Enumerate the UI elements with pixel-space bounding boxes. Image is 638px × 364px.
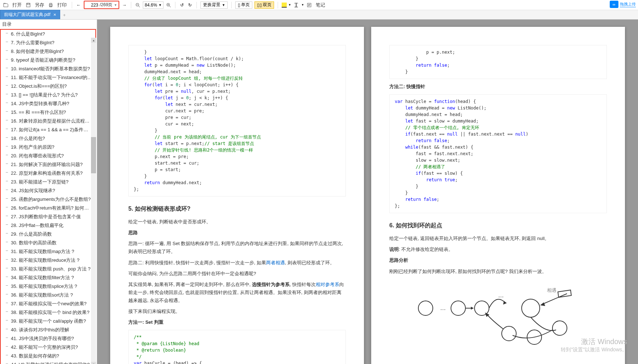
toc-item[interactable]: 21. 如何解决下面的循环输出问题? bbox=[1, 160, 95, 169]
paragraph: 给定一个链表, 判断链表中是否形成环。 bbox=[128, 218, 346, 226]
toc-item[interactable]: 19. 闭包产生的原因? bbox=[1, 143, 95, 152]
toc-item[interactable]: 36. 能不能实现数组sort方法 ? bbox=[1, 291, 95, 299]
open-button[interactable]: 打开 bbox=[11, 2, 23, 8]
content-area[interactable]: } let loopCount = Math.floor(count / k);… bbox=[97, 20, 638, 364]
paragraph: 思路一: 循环一遍, 用 Set 数据结构保存节点, 利用节点的内存地址来进行判… bbox=[128, 240, 346, 256]
highlight-dropdown-icon[interactable]: ▼ bbox=[288, 3, 291, 7]
single-label: 单页 bbox=[241, 2, 250, 8]
link-text: 两者相遇 bbox=[266, 260, 285, 265]
scrollbar-thumb[interactable] bbox=[91, 137, 96, 173]
toc-item[interactable]: 15. == 和 ===有什么区别? bbox=[1, 108, 95, 117]
rotate-left-icon[interactable]: ↺ bbox=[179, 2, 185, 8]
toc-item[interactable]: 39. 能不能实现一个 call/apply 函数? bbox=[1, 317, 95, 326]
toc-item[interactable]: 32. 能不能实现数组reduce方法 ? bbox=[1, 256, 95, 265]
svg-point-28 bbox=[552, 321, 567, 335]
code-block: /** * @param {ListNode} head * @return {… bbox=[128, 330, 346, 364]
background-select[interactable]: 更换背景▼ bbox=[200, 1, 228, 9]
saveas-icon[interactable] bbox=[25, 2, 31, 8]
zoom-select[interactable]: 84.6%▼ bbox=[143, 1, 163, 9]
note-icon[interactable] bbox=[306, 2, 312, 8]
chevron-down-icon: ▼ bbox=[222, 3, 225, 7]
toc-item[interactable]: 13. [] == ![]结果是什么? 为什么? bbox=[1, 91, 95, 99]
code-block: var hasCycle = function(head) { let dumm… bbox=[389, 94, 607, 213]
cloud-upload-link[interactable]: 拖拽上传 bbox=[620, 1, 636, 7]
zoom-out-icon[interactable] bbox=[135, 2, 141, 8]
print-icon[interactable] bbox=[48, 2, 54, 8]
toc-item[interactable]: 9. typeof 是否能正确判断类型? bbox=[1, 56, 95, 65]
toc-item[interactable]: 6. 什么是BigInt? bbox=[1, 30, 95, 38]
svg-line-25 bbox=[542, 294, 567, 305]
svg-rect-1 bbox=[27, 3, 29, 5]
svg-point-24 bbox=[522, 299, 540, 317]
toc-item[interactable]: 17. 如何让if(a == 1 && a == 2)条件成立? bbox=[1, 125, 95, 134]
svg-marker-26 bbox=[540, 302, 545, 306]
document-tab[interactable]: 前端大厂面试题宝典.pdf ✕ bbox=[0, 10, 60, 19]
code-block: p = p.next; } return false; } bbox=[389, 45, 607, 79]
scroll-down-icon[interactable]: ▾ bbox=[91, 362, 96, 364]
toc-item[interactable]: 14. JS中类型转换有哪几种? bbox=[1, 99, 95, 108]
toc-item[interactable]: 11. 能不能手动实现一下instanceof的功能? bbox=[1, 73, 95, 82]
toc-item[interactable]: 38. 能不能模拟实现一个 bind 的效果? bbox=[1, 308, 95, 317]
rotate-right-icon[interactable]: ↻ bbox=[187, 2, 193, 8]
tab-title: 前端大厂面试题宝典.pdf bbox=[4, 12, 50, 18]
next-page-icon[interactable]: → bbox=[121, 2, 127, 8]
separator bbox=[278, 2, 278, 8]
toc-item[interactable]: 34. 能不能实现数组filter方法 ? bbox=[1, 273, 95, 282]
single-page-icon: ▯ bbox=[238, 3, 240, 8]
svg-line-9 bbox=[169, 6, 171, 7]
toc-item[interactable]: 31. 能不能实现数组map方法 ? bbox=[1, 247, 95, 256]
paragraph: 说明: 不允许修改给定的链表。 bbox=[389, 245, 607, 253]
table-of-contents[interactable]: 6. 什么是BigInt?7. 为什么需要BigInt?8. 如何创建并使用Bi… bbox=[1, 30, 95, 364]
cloud-icon[interactable]: ∞ bbox=[610, 1, 618, 8]
toc-item[interactable]: 29. 什么是高阶函数 bbox=[1, 230, 95, 239]
text-dropdown-icon[interactable]: ▼ bbox=[301, 3, 304, 7]
scroll-up-icon[interactable]: ▴ bbox=[91, 38, 96, 43]
toc-item[interactable]: 42. 能不能写一个完整的深拷贝? bbox=[1, 343, 95, 352]
toc-item[interactable]: 18. 什么是闭包? bbox=[1, 134, 95, 143]
paragraph: 刚刚已经判断了如何判断出现环, 那如何找到环的节点呢? 我们来分析一波。 bbox=[389, 268, 607, 276]
toc-item[interactable]: 26. forEach中return有效果吗? 如何中断? bbox=[1, 204, 95, 212]
svg-point-29 bbox=[502, 326, 516, 341]
toc-item[interactable]: 22. 原型对象和构造函数有何关系? bbox=[1, 169, 95, 178]
print-button[interactable]: 打印 bbox=[56, 2, 68, 8]
toc-item[interactable]: 33. 能不能实现数组 push、pop 方法 ? bbox=[1, 265, 95, 273]
toc-item[interactable]: 23. 能不能描述一下原型链? bbox=[1, 178, 95, 186]
toc-item[interactable]: 7. 为什么需要BigInt? bbox=[1, 38, 95, 47]
saveas-button[interactable]: 另存 bbox=[33, 2, 46, 8]
sidebar: 目录 6. 什么是BigInt?7. 为什么需要BigInt?8. 如何创建并使… bbox=[0, 20, 97, 364]
toc-item[interactable]: 16. 对象转原始类型是根据什么流程运行的? bbox=[1, 117, 95, 125]
separator bbox=[131, 2, 131, 8]
toc-item[interactable]: 27. JS判断数组中是否包含某个值 bbox=[1, 212, 95, 221]
toc-item[interactable]: 37. 能不能模拟实现一个new的效果? bbox=[1, 299, 95, 308]
toc-item[interactable]: 24. JS如何实现继承? bbox=[1, 186, 95, 195]
single-page-button[interactable]: ▯单页 bbox=[235, 1, 252, 9]
close-icon[interactable]: ✕ bbox=[53, 13, 56, 17]
toc-item[interactable]: 41. JS中浅拷贝的手段有哪些? bbox=[1, 334, 95, 343]
toc-item[interactable]: 12. Object.is和===的区别? bbox=[1, 82, 95, 91]
page-input[interactable] bbox=[86, 3, 98, 8]
toc-item[interactable]: 40. 谈谈你对JS中this的理解 bbox=[1, 326, 95, 334]
dropdown-icon[interactable]: ▼ bbox=[114, 3, 117, 7]
zoom-in-icon[interactable] bbox=[166, 2, 171, 8]
toc-item[interactable]: 20. 闭包有哪些表现形式? bbox=[1, 152, 95, 160]
separator bbox=[72, 2, 72, 8]
page-right: p = p.next; } return false; } 方法二: 快慢指针 … bbox=[371, 27, 625, 364]
new-tab-button[interactable]: + bbox=[60, 11, 69, 19]
toc-item[interactable]: 30. 数组中的高阶函数 bbox=[1, 239, 95, 247]
highlight-icon[interactable] bbox=[282, 3, 287, 8]
toc-item[interactable]: 35. 能不能实现数组splice方法 ? bbox=[1, 282, 95, 291]
svg-rect-3 bbox=[50, 3, 52, 4]
toc-item[interactable]: 43. 数据是如何存储的? bbox=[1, 352, 95, 360]
note-button[interactable]: 笔记 bbox=[314, 2, 327, 8]
double-page-button[interactable]: ▯▯双页 bbox=[254, 1, 274, 9]
sidebar-scrollbar[interactable]: ▴ ▾ bbox=[91, 43, 96, 362]
toc-item[interactable]: 44. V8 引擎如何进行垃圾内存的回收? bbox=[1, 360, 95, 364]
toc-item[interactable]: 8. 如何创建并使用BigInt? bbox=[1, 47, 95, 56]
prev-page-icon[interactable]: ← bbox=[76, 2, 82, 8]
toc-item[interactable]: 28. JS中flat---数组扁平化 bbox=[1, 221, 95, 230]
open-icon[interactable] bbox=[3, 2, 9, 8]
text-tool-icon[interactable]: T bbox=[293, 2, 299, 8]
paragraph: 其实很简单, 如果有环, 两者一定同时走到环中, 那么在环中, 选慢指针为参考系… bbox=[128, 281, 346, 305]
toc-item[interactable]: 25. 函数的arguments为什么不是数组? bbox=[1, 195, 95, 204]
toc-item[interactable]: 10. instanceof能否判断基本数据类型? bbox=[1, 65, 95, 73]
